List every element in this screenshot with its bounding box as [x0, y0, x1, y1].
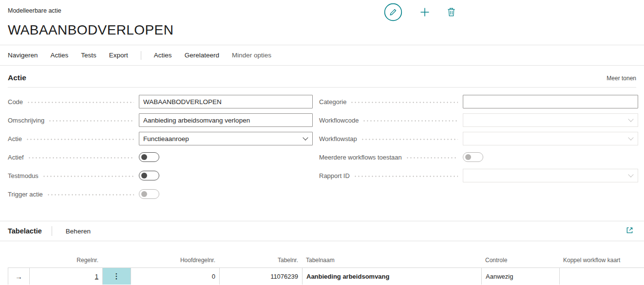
actie-select-value: Functieaanroep	[143, 135, 189, 142]
workflowcode-combo[interactable]	[463, 113, 638, 127]
title-row: WABAANBODVERLOPEN	[0, 22, 644, 38]
tabelactie-table: Regelnr. Hoofdregelnr. Tabelnr. Tabelnaa…	[8, 257, 644, 285]
field-trigger-actie: Trigger actie	[8, 185, 313, 203]
code-label: Code	[8, 98, 23, 106]
table-header-row: Regelnr. Hoofdregelnr. Tabelnr. Tabelnaa…	[8, 257, 644, 267]
header-tabelnr[interactable]: Tabelnr.	[219, 257, 302, 264]
workflowstap-label: Workflowstap	[319, 135, 357, 142]
chevron-down-icon	[628, 116, 633, 122]
meerdere-workflows-toggle[interactable]	[463, 152, 483, 162]
toggle-knob	[141, 173, 147, 178]
pencil-icon	[384, 3, 402, 23]
row-options-button[interactable]: ⋮	[103, 268, 131, 285]
menu-item-acties[interactable]: Acties	[51, 52, 69, 59]
fields-left-column: Code Omschrijving Actie	[8, 92, 313, 203]
cell-tabelnr[interactable]: 11076239	[220, 268, 303, 285]
menu-item-navigeren[interactable]: Navigeren	[8, 52, 38, 59]
table-row: → 1 ⋮ 0 11076239 Aanbieding arbeidsomvan…	[8, 267, 644, 285]
code-input[interactable]	[139, 95, 313, 108]
menu-item-gerelateerd[interactable]: Gerelateerd	[185, 52, 219, 59]
delete-button[interactable]	[447, 7, 455, 18]
top-bar: Modelleerbare actie	[0, 0, 644, 22]
beheren-menu[interactable]: Beheren	[66, 228, 91, 235]
field-testmodus: Testmodus	[8, 166, 313, 185]
chevron-down-icon	[303, 135, 308, 140]
field-workflowstap: Workflowstap	[319, 129, 638, 148]
dotted-leader	[354, 176, 458, 177]
trash-icon	[447, 7, 455, 18]
expand-icon	[626, 227, 633, 235]
actie-label: Actie	[8, 135, 22, 142]
chevron-down-icon	[628, 135, 633, 140]
field-workflowcode: Workflowcode	[319, 111, 638, 129]
categorie-input[interactable]	[463, 95, 638, 108]
page-caption: Modelleerbare actie	[8, 7, 61, 14]
focus-mode-button[interactable]	[626, 227, 633, 235]
cell-regelnr: 1	[30, 268, 103, 285]
actie-select[interactable]: Functieaanroep	[139, 132, 313, 145]
cell-controle[interactable]: Aanwezig	[482, 268, 560, 285]
header-rowmenu	[102, 257, 131, 264]
menu-item-export[interactable]: Export	[109, 52, 128, 59]
field-rapport-id: Rapport ID	[319, 166, 638, 185]
dotted-leader	[47, 194, 134, 196]
field-omschrijving: Omschrijving	[8, 111, 313, 129]
page-title: WABAANBODVERLOPEN	[8, 22, 636, 38]
menu-divider	[141, 51, 141, 60]
dotted-leader	[350, 102, 458, 103]
omschrijving-input[interactable]	[139, 113, 313, 127]
toggle-knob	[465, 154, 471, 160]
omschrijving-label: Omschrijving	[8, 117, 44, 124]
trigger-actie-label: Trigger actie	[8, 191, 43, 198]
field-categorie: Categorie	[319, 92, 638, 111]
actief-label: Actief	[8, 154, 24, 161]
trigger-actie-toggle[interactable]	[139, 189, 159, 199]
dotted-leader	[362, 120, 458, 122]
menu-item-tests[interactable]: Tests	[81, 52, 96, 59]
new-button[interactable]	[420, 7, 430, 18]
menu-item-acties-2[interactable]: Acties	[154, 52, 172, 59]
field-code: Code	[8, 92, 313, 111]
edit-button[interactable]	[384, 3, 402, 23]
plus-icon	[420, 7, 430, 18]
header-koppel-workflow-kaart[interactable]: Koppel workflow kaart	[559, 257, 644, 264]
page-actions	[384, 3, 455, 22]
toggle-knob	[141, 191, 147, 197]
active-row-arrow-icon: →	[8, 268, 30, 285]
testmodus-toggle[interactable]	[139, 171, 159, 180]
dotted-leader	[26, 139, 134, 140]
workflowstap-combo[interactable]	[463, 132, 638, 145]
vertical-ellipsis-icon: ⋮	[113, 272, 121, 281]
categorie-label: Categorie	[319, 98, 346, 106]
menu-item-minder-opties[interactable]: Minder opties	[232, 52, 271, 59]
header-tabelnaam[interactable]: Tabelnaam	[302, 257, 481, 264]
show-more-link[interactable]: Meer tonen	[606, 75, 636, 82]
testmodus-label: Testmodus	[8, 172, 38, 179]
header-regelnr[interactable]: Regelnr.	[29, 257, 102, 264]
dotted-leader	[28, 157, 134, 159]
tabelactie-part-header: Tabelactie Beheren	[0, 221, 644, 241]
header-controle[interactable]: Controle	[481, 257, 559, 264]
actie-section: Actie Meer tonen Code Omschrijving	[0, 66, 644, 203]
dotted-leader	[27, 102, 134, 103]
rapport-id-combo[interactable]	[463, 169, 638, 182]
actief-toggle[interactable]	[139, 152, 159, 162]
cell-tabelnaam[interactable]: Aanbieding arbeidsomvang	[303, 268, 482, 285]
regelnr-link[interactable]: 1	[95, 273, 98, 280]
fields-right-column: Categorie Workflowcode	[319, 92, 638, 203]
action-menubar: Navigeren Acties Tests Export Acties Ger…	[0, 45, 644, 66]
cell-koppel-workflow-kaart[interactable]	[560, 268, 644, 285]
cell-hoofdregelnr[interactable]: 0	[131, 268, 220, 285]
actie-fields: Code Omschrijving Actie	[8, 88, 636, 203]
header-hoofdregelnr[interactable]: Hoofdregelnr.	[131, 257, 219, 264]
actie-section-header: Actie Meer tonen	[8, 66, 636, 88]
header-rowselector	[8, 257, 29, 264]
dotted-leader	[48, 120, 134, 122]
actie-section-title[interactable]: Actie	[8, 73, 26, 82]
field-meerdere-workflows: Meerdere workflows toestaan	[319, 148, 638, 166]
chevron-down-icon	[628, 172, 633, 177]
dotted-leader	[406, 157, 458, 159]
part-divider	[52, 226, 52, 236]
meerdere-workflows-label: Meerdere workflows toestaan	[319, 154, 402, 161]
tabelactie-section-title[interactable]: Tabelactie	[8, 227, 42, 235]
